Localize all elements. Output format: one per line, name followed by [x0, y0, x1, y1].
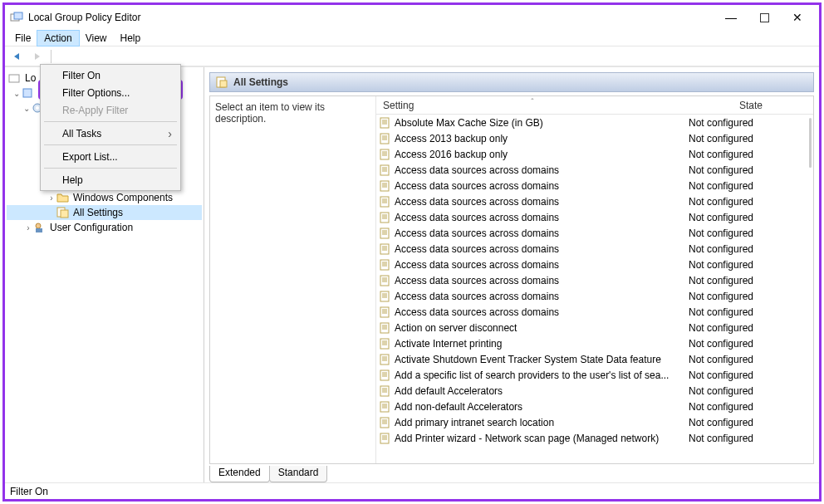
menu-file[interactable]: File [8, 31, 37, 46]
list-body[interactable]: Absolute Max Cache Size (in GB)Not confi… [376, 115, 813, 463]
list-item[interactable]: Access data sources across domainsNot co… [376, 304, 813, 320]
menu-all-tasks[interactable]: All Tasks [42, 125, 179, 142]
column-headers[interactable]: Setting ˆ State [376, 96, 813, 115]
svg-rect-45 [380, 244, 389, 254]
close-button[interactable]: ✕ [781, 7, 814, 27]
policy-item-icon [380, 243, 391, 255]
status-text: Filter On [10, 486, 48, 497]
policy-item-icon [380, 196, 391, 208]
list-item[interactable]: Access 2016 backup onlyNot configured [376, 146, 813, 162]
all-settings-icon [56, 207, 70, 218]
list-item[interactable]: Access data sources across domainsNot co… [376, 178, 813, 193]
policy-item-icon [380, 306, 391, 318]
scrollbar-thumb[interactable] [809, 118, 812, 168]
list-item[interactable]: Access data sources across domainsNot co… [376, 241, 813, 257]
setting-name: Access data sources across domains [395, 212, 689, 223]
policy-item-icon [380, 322, 391, 334]
list-item[interactable]: Access data sources across domainsNot co… [376, 209, 813, 225]
svg-rect-29 [380, 181, 389, 191]
setting-name: Access data sources across domains [395, 180, 689, 192]
forward-button[interactable] [28, 48, 47, 65]
menu-action[interactable]: Action [37, 31, 78, 46]
app-icon [10, 11, 23, 24]
menu-help[interactable]: Help [114, 31, 148, 46]
tree-item[interactable]: ›User Configuration [7, 220, 202, 235]
policy-item-icon [380, 133, 391, 144]
user-config-icon [33, 222, 47, 233]
policy-item-icon [380, 117, 391, 129]
list-item[interactable]: Access data sources across domainsNot co… [376, 225, 813, 241]
setting-state: Not configured [689, 291, 813, 302]
tree-item-label: All Settings [73, 207, 123, 218]
setting-name: Activate Internet printing [395, 338, 689, 350]
svg-rect-2 [760, 13, 768, 22]
maximize-button[interactable] [748, 7, 781, 27]
list-item[interactable]: Absolute Max Cache Size (in GB)Not confi… [376, 115, 813, 130]
menu-filter-on[interactable]: Filter On [42, 66, 179, 84]
policy-item-icon [380, 338, 391, 350]
svg-rect-25 [380, 165, 389, 175]
setting-name: Access data sources across domains [395, 164, 689, 176]
menu-export-list[interactable]: Export List... [42, 148, 179, 165]
svg-rect-81 [380, 386, 389, 396]
list-item[interactable]: Access data sources across domainsNot co… [376, 272, 813, 288]
svg-rect-65 [380, 323, 389, 333]
list-item[interactable]: Add non-default AcceleratorsNot configur… [376, 399, 813, 414]
list-item[interactable]: Access 2013 backup onlyNot configured [376, 130, 813, 146]
chevron-right-icon[interactable]: › [23, 223, 33, 232]
tree-item[interactable]: ›Windows Components [7, 190, 202, 205]
setting-name: Access data sources across domains [395, 243, 689, 255]
menu-filter-options[interactable]: Filter Options... [42, 84, 179, 101]
list-item[interactable]: Add Printer wizard - Network scan page (… [376, 430, 813, 446]
minimize-button[interactable]: — [714, 7, 748, 27]
tab-standard[interactable]: Standard [269, 466, 328, 482]
menubar: File Action View Help [5, 30, 819, 46]
chevron-down-icon[interactable]: ⌄ [22, 104, 32, 113]
tree-item[interactable]: All Settings [7, 205, 202, 220]
svg-rect-37 [380, 213, 389, 223]
content-header-title: All Settings [233, 76, 288, 88]
policy-item-icon [380, 259, 391, 271]
chevron-right-icon[interactable]: › [47, 193, 56, 203]
policy-item-icon [380, 149, 391, 160]
setting-state: Not configured [689, 212, 813, 223]
column-setting[interactable]: Setting ˆ [376, 100, 689, 111]
list-item[interactable]: Add a specific list of search providers … [376, 367, 813, 383]
list-item[interactable]: Access data sources across domainsNot co… [376, 288, 813, 304]
policy-item-icon [380, 164, 391, 176]
setting-name: Access data sources across domains [395, 228, 689, 239]
menu-separator [44, 121, 177, 122]
svg-rect-49 [380, 260, 389, 270]
setting-state: Not configured [689, 306, 813, 318]
list-item[interactable]: Activate Internet printingNot configured [376, 335, 813, 351]
chevron-down-icon[interactable]: ⌄ [12, 89, 22, 98]
policy-item-icon [380, 228, 391, 239]
policy-item-icon [380, 180, 391, 192]
list-item[interactable]: Access data sources across domainsNot co… [376, 162, 813, 178]
setting-state: Not configured [689, 117, 813, 129]
list-item[interactable]: Activate Shutdown Event Tracker System S… [376, 351, 813, 367]
list-item[interactable]: Access data sources across domainsNot co… [376, 257, 813, 272]
list-item[interactable]: Access data sources across domainsNot co… [376, 193, 813, 209]
svg-rect-4 [23, 89, 32, 97]
setting-state: Not configured [689, 338, 813, 350]
svg-point-9 [36, 223, 41, 228]
tab-extended[interactable]: Extended [209, 466, 270, 482]
policy-item-icon [380, 417, 391, 428]
svg-point-6 [36, 106, 39, 110]
menu-view[interactable]: View [79, 31, 114, 46]
list-item[interactable]: Action on server disconnectNot configure… [376, 320, 813, 335]
back-button[interactable] [8, 48, 27, 65]
svg-rect-61 [380, 307, 389, 317]
menu-help[interactable]: Help [42, 171, 179, 188]
settings-list[interactable]: Setting ˆ State Absolute Max Cache Size … [376, 96, 813, 463]
setting-state: Not configured [689, 180, 813, 192]
menu-separator [44, 144, 177, 145]
setting-name: Absolute Max Cache Size (in GB) [395, 117, 689, 129]
policy-item-icon [380, 369, 391, 381]
list-item[interactable]: Add primary intranet search locationNot … [376, 414, 813, 430]
column-state[interactable]: State [689, 100, 813, 111]
list-item[interactable]: Add default AcceleratorsNot configured [376, 383, 813, 399]
setting-state: Not configured [689, 133, 813, 144]
setting-state: Not configured [689, 164, 813, 176]
